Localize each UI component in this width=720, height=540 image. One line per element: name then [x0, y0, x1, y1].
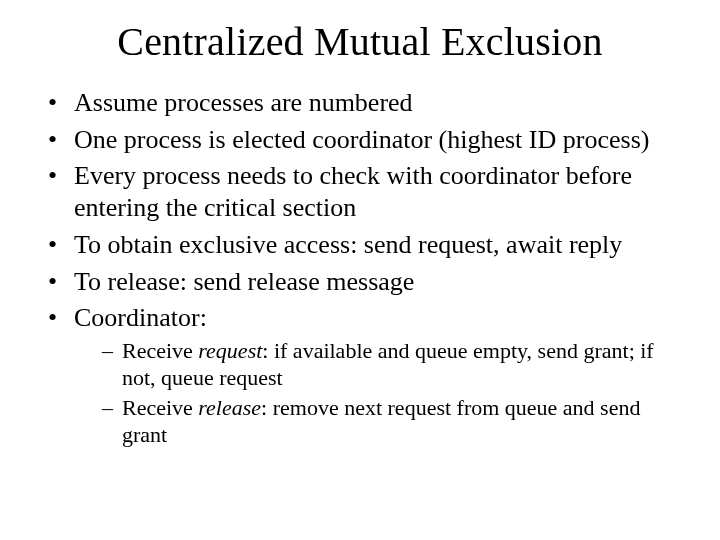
bullet-item: To obtain exclusive access: send request…	[48, 229, 686, 261]
sub-emph: release	[198, 395, 261, 420]
bullet-text: To release: send release message	[74, 267, 414, 296]
sub-prefix: Receive	[122, 395, 198, 420]
bullet-item: Every process needs to check with coordi…	[48, 160, 686, 223]
slide: Centralized Mutual Exclusion Assume proc…	[0, 0, 720, 540]
sub-bullet-item: Receive request: if available and queue …	[102, 338, 686, 392]
sub-emph: request	[198, 338, 262, 363]
bullet-text: Assume processes are numbered	[74, 88, 413, 117]
bullet-item: To release: send release message	[48, 266, 686, 298]
bullet-text: One process is elected coordinator (high…	[74, 125, 649, 154]
bullet-text: To obtain exclusive access: send request…	[74, 230, 622, 259]
bullet-text: Coordinator:	[74, 303, 207, 332]
bullet-item: Coordinator: Receive request: if availab…	[48, 302, 686, 448]
bullet-item: Assume processes are numbered	[48, 87, 686, 119]
sub-prefix: Receive	[122, 338, 198, 363]
bullet-text: Every process needs to check with coordi…	[74, 161, 632, 222]
sub-bullet-item: Receive release: remove next request fro…	[102, 395, 686, 449]
sub-bullet-list: Receive request: if available and queue …	[74, 338, 686, 448]
slide-title: Centralized Mutual Exclusion	[34, 18, 686, 65]
bullet-item: One process is elected coordinator (high…	[48, 124, 686, 156]
bullet-list: Assume processes are numbered One proces…	[34, 87, 686, 448]
